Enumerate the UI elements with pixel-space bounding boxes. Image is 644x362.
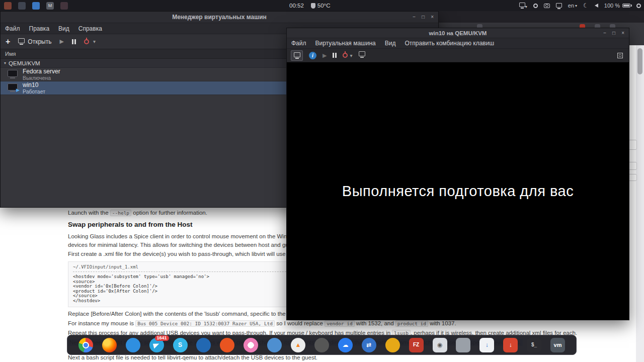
battery-applet[interactable]: 100 % [604, 3, 630, 9]
vm-status: Работает [23, 88, 45, 95]
close-button[interactable]: × [431, 15, 434, 20]
connection-label: QEMU/KVM [9, 60, 40, 66]
night-light-icon[interactable]: ☾ [583, 3, 589, 9]
paragraph-looking-glass-line2: devices for minimal latency. This allows… [68, 241, 298, 248]
dock-icon-gimp[interactable] [314, 338, 329, 352]
camera-icon[interactable] [544, 4, 550, 8]
new-vm-button[interactable]: + [6, 37, 10, 46]
tray-app-1-icon[interactable] [4, 2, 12, 10]
power-icon [343, 53, 348, 58]
panel-center: 00:52 50°C [289, 0, 330, 11]
desktop: Launch with the --help option for furthe… [0, 0, 644, 362]
dock-icon-remmina[interactable]: ⇄ [362, 338, 376, 352]
maximize-button[interactable]: □ [612, 31, 615, 36]
minimize-button[interactable]: − [413, 15, 416, 20]
browser-scrollbar[interactable] [636, 45, 644, 362]
pause-vm-button[interactable] [333, 51, 337, 60]
monitor-icon [18, 38, 25, 43]
tray-app-5-icon[interactable] [60, 2, 68, 10]
dock-icon-thunderbird[interactable] [196, 338, 211, 352]
display-icon [519, 3, 525, 7]
dock-icon-download-manager[interactable]: ↓ [479, 338, 494, 352]
filezilla-glyph: FZ [413, 342, 419, 347]
dock-icon-candy-app[interactable] [244, 338, 258, 352]
viewer-titlebar[interactable]: win10 на QEMU/KVM − □ × [287, 28, 629, 38]
dock-icon-filezilla[interactable]: FZ [409, 338, 424, 352]
vm-icon-running: ▶ [8, 83, 18, 90]
unread-count-badge: 1641 [155, 335, 169, 341]
tray-app-4-icon[interactable]: M [46, 2, 54, 10]
virt-manager-glyph: vm [554, 342, 562, 348]
dock-icon-virt-manager[interactable]: vm [550, 338, 565, 352]
power-icon [84, 39, 89, 44]
dock-icon-vlc[interactable]: ▲ [291, 338, 305, 352]
viewer-menu-view[interactable]: Вид [380, 40, 400, 47]
paragraph-instance: For instance my mouse is Bus 005 Device … [68, 320, 456, 327]
vmm-menu-file[interactable]: Файл [1, 25, 25, 32]
paragraph-bash: Next a bash script file is needed to tel… [68, 354, 317, 361]
expander-icon[interactable]: ▾ [4, 61, 6, 65]
dock-icon-firefox[interactable] [102, 338, 117, 352]
console-view-toggle[interactable] [291, 50, 303, 61]
screenshot-tool-glyph: ◉ [437, 342, 442, 348]
tray-app-3-icon[interactable] [32, 2, 40, 10]
keyboard-layout-indicator[interactable]: en ▾ [568, 3, 577, 9]
battery-percent-label: 100 % [604, 3, 620, 9]
start-vm-button[interactable]: ▶ [59, 38, 63, 45]
dock-icon-signal[interactable] [126, 338, 140, 352]
dock-icon-telegram[interactable]: 1641 [149, 338, 164, 352]
volume-icon[interactable] [595, 4, 598, 8]
screen-share-icon[interactable] [556, 3, 562, 8]
dock-icon-screenshot-tool[interactable]: ◉ [433, 338, 447, 352]
updater-glyph: ↓ [509, 342, 512, 348]
minimize-button[interactable]: − [603, 31, 606, 36]
dock-icon-text-editor[interactable] [456, 338, 470, 352]
dock-icon-ubuntu[interactable] [220, 338, 234, 352]
screenshot-button[interactable] [359, 51, 365, 60]
vm-icon [8, 70, 18, 77]
pause-icon [333, 53, 337, 58]
viewer-menu-file[interactable]: Файл [287, 40, 311, 47]
text-run: Launch with the [68, 210, 110, 216]
dock-icon-automation-app[interactable] [385, 338, 400, 352]
dock-icon-nextcloud[interactable]: ☁ [338, 338, 353, 352]
vmm-menu-edit[interactable]: Правка [25, 25, 54, 32]
start-vm-button[interactable]: ▶ [323, 52, 327, 59]
record-icon[interactable] [533, 4, 538, 8]
text-run: For instance my mouse is [68, 320, 135, 326]
vmm-menu-help[interactable]: Справка [74, 25, 107, 32]
text-run: with 1532, and [355, 320, 395, 326]
dock-icon-chromium[interactable] [267, 338, 282, 352]
inline-code: Bus 005 Device 002: ID 1532:0037 Razer U… [135, 320, 275, 327]
close-button[interactable]: × [621, 31, 624, 36]
vmm-menu-view[interactable]: Вид [54, 25, 74, 32]
vmm-titlebar[interactable]: Менеджер виртуальных машин − □ × [1, 12, 438, 23]
dock-icon-terminal[interactable]: $_ [527, 338, 541, 352]
display-settings-applet[interactable]: ▾ [519, 3, 527, 9]
vm-details-button[interactable]: i [309, 52, 316, 59]
viewer-menu-send-key[interactable]: Отправить комбинацию клавиш [400, 40, 499, 47]
maximize-button[interactable]: □ [422, 15, 425, 20]
shutdown-menu-caret[interactable]: ▾ [93, 39, 96, 44]
guest-status-message: Выполняется подготовка для вас [342, 183, 574, 200]
pause-vm-button[interactable] [72, 37, 76, 46]
shutdown-menu-caret[interactable]: ▾ [350, 53, 352, 58]
scrollbar-thumb[interactable] [637, 48, 642, 74]
dock-icon-skype[interactable]: S [173, 338, 188, 352]
vlc-glyph: ▲ [295, 342, 301, 348]
tray-app-2-icon[interactable] [18, 2, 26, 10]
open-console-button[interactable]: Открыть [18, 38, 51, 45]
dock-icon-chrome[interactable] [78, 338, 93, 352]
paragraph-launch: Launch with the --help option for furthe… [68, 209, 207, 217]
clock[interactable]: 00:52 [289, 3, 304, 9]
shutdown-vm-button[interactable] [84, 37, 89, 46]
shutdown-vm-button[interactable] [343, 51, 348, 60]
viewer-menu-virtual-machine[interactable]: Виртуальная машина [311, 40, 380, 47]
temperature-applet[interactable]: 50°C [311, 3, 331, 9]
dock-icon-updater[interactable]: ↓ [503, 338, 518, 352]
guest-console[interactable]: Выполняется подготовка для вас [287, 62, 629, 320]
vm-name: win10 [23, 82, 45, 88]
fullscreen-button[interactable] [617, 53, 623, 58]
power-menu-icon[interactable] [636, 4, 641, 8]
dock: 1641S▲☁⇄FZ◉↓↓$_vm [67, 335, 577, 355]
